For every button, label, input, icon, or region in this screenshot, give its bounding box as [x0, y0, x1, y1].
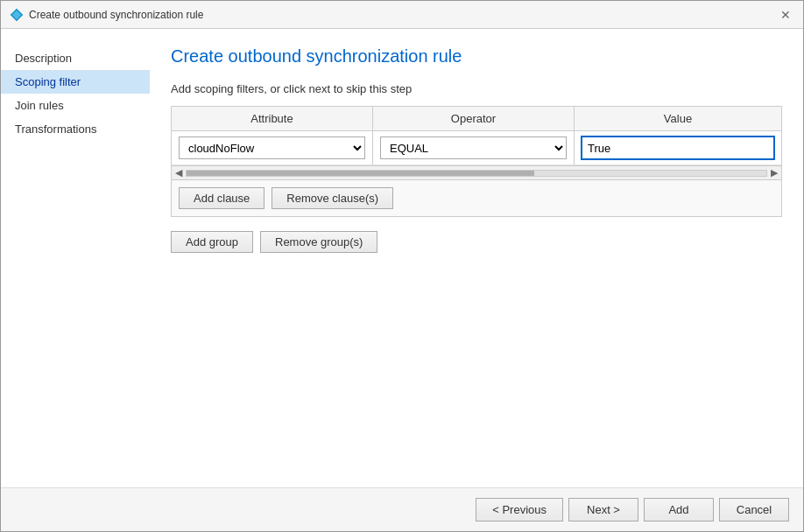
- add-clause-button[interactable]: Add clause: [179, 187, 264, 209]
- attribute-select[interactable]: cloudNoFlow: [179, 136, 365, 159]
- footer: < Previous Next > Add Cancel: [1, 487, 803, 531]
- table-header-row: Attribute Operator Value: [172, 107, 781, 131]
- header-value: Value: [575, 107, 781, 130]
- close-button[interactable]: ✕: [777, 6, 794, 24]
- cancel-button[interactable]: Cancel: [719, 498, 789, 522]
- remove-clause-button[interactable]: Remove clause(s): [272, 187, 393, 209]
- horizontal-scrollbar[interactable]: ◀ ▶: [172, 165, 781, 179]
- clause-buttons-row: Add clause Remove clause(s): [172, 179, 781, 216]
- title-bar-text: Create outbound synchronization rule: [29, 9, 777, 21]
- remove-group-button[interactable]: Remove group(s): [260, 231, 377, 253]
- add-group-button[interactable]: Add group: [171, 231, 253, 253]
- add-button[interactable]: Add: [644, 498, 714, 522]
- main-panel: Create outbound synchronization rule Add…: [150, 29, 803, 487]
- header-operator: Operator: [373, 107, 575, 130]
- scrollbar-track: [186, 170, 767, 177]
- main-window: Create outbound synchronization rule ✕ D…: [0, 0, 804, 532]
- group-buttons-row: Add group Remove group(s): [171, 231, 782, 253]
- filter-table-container: Attribute Operator Value cloudNoFlow EQU…: [171, 106, 782, 217]
- next-button[interactable]: Next >: [568, 498, 638, 522]
- sidebar: Description Scoping filter Join rules Tr…: [1, 29, 150, 487]
- previous-button[interactable]: < Previous: [476, 498, 563, 522]
- app-icon: [10, 8, 24, 22]
- sidebar-item-join-rules[interactable]: Join rules: [1, 94, 150, 117]
- operator-select[interactable]: EQUAL: [380, 136, 567, 159]
- value-input[interactable]: [582, 136, 774, 159]
- scrollbar-thumb: [187, 171, 534, 176]
- page-title: Create outbound synchronization rule: [171, 46, 782, 66]
- header-attribute: Attribute: [172, 107, 373, 130]
- title-bar: Create outbound synchronization rule ✕: [1, 1, 803, 29]
- instruction-text: Add scoping filters, or click next to sk…: [171, 82, 782, 95]
- sidebar-item-description[interactable]: Description: [1, 46, 150, 70]
- sidebar-item-transformations[interactable]: Transformations: [1, 117, 150, 141]
- table-row: cloudNoFlow EQUAL: [172, 131, 781, 165]
- attribute-cell: cloudNoFlow: [172, 131, 373, 164]
- content-area: Description Scoping filter Join rules Tr…: [1, 29, 803, 487]
- sidebar-item-scoping-filter[interactable]: Scoping filter: [1, 70, 150, 94]
- value-cell: [575, 131, 781, 164]
- operator-cell: EQUAL: [373, 131, 575, 164]
